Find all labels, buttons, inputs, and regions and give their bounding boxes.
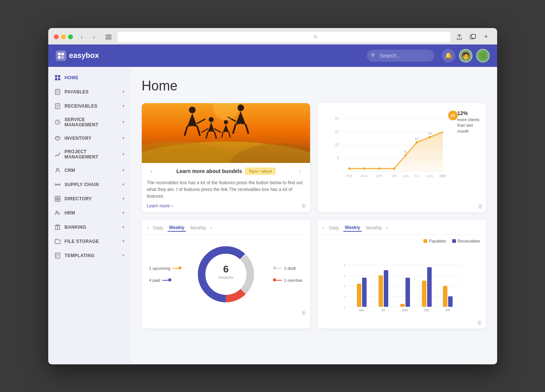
svg-rect-12 [55, 78, 57, 80]
sidebar-item-file-storage[interactable]: FILE STORAGE ▾ [48, 234, 131, 249]
svg-rect-34 [58, 199, 60, 201]
banner-prev-button[interactable]: ‹ [147, 167, 156, 176]
app-name: easybox [69, 51, 99, 60]
svg-rect-104 [443, 286, 447, 307]
chevron-down-icon-3: ▾ [122, 120, 124, 124]
sidebar-item-banking[interactable]: BANKING ▾ [48, 220, 131, 234]
tab-monthly[interactable]: Monthly [189, 225, 208, 231]
add-tab-button[interactable]: + [481, 32, 492, 42]
payables-icon [54, 89, 61, 95]
sidebar-label-banking: BANKING [65, 225, 119, 230]
chart-badge: 15 [448, 111, 458, 120]
sidebar-item-directory[interactable]: DIRECTORY ▾ [48, 192, 131, 206]
donut-delete-button[interactable]: 🗑 [301, 310, 306, 316]
svg-rect-33 [55, 199, 57, 201]
svg-rect-4 [472, 34, 475, 38]
upcoming-label: 1 upcoming [149, 266, 171, 271]
donut-prev-tab-button[interactable]: ‹ [147, 225, 149, 231]
donut-tabs: ‹ Daily Weekly Monthly › [142, 220, 310, 235]
sidebar-item-payables[interactable]: PAYABLES ▾ [48, 85, 131, 99]
svg-point-25 [59, 152, 60, 154]
svg-text:DO: DO [424, 308, 429, 312]
svg-rect-10 [55, 75, 57, 77]
svg-rect-2 [105, 38, 111, 39]
page-title: Home [142, 78, 486, 94]
sidebar-item-crm[interactable]: CRM ▾ [48, 163, 131, 178]
legend-overdue: 1 overdue [275, 278, 303, 283]
sidebar-item-project-management[interactable]: PROJECT MANAGEMENT ▾ [48, 145, 131, 163]
sidebar-item-inventory[interactable]: INVENTORY ▾ [48, 131, 131, 145]
chart-info: 12% more clients than last month [457, 110, 483, 135]
bar-legend: Payables Recievables [323, 239, 480, 243]
receivables-legend-label: Recievables [458, 239, 480, 243]
sidebar-label-hrm: HRM [65, 210, 119, 216]
banner-next-button[interactable]: › [296, 167, 305, 176]
svg-text:DI: DI [382, 308, 385, 312]
svg-rect-101 [422, 281, 426, 307]
bar-tab-daily[interactable]: Daily [327, 225, 340, 231]
bar-tab-monthly[interactable]: Monthly [365, 225, 383, 231]
svg-rect-93 [362, 278, 367, 307]
minimize-button[interactable] [61, 34, 66, 39]
donut-next-tab-button[interactable]: › [211, 225, 212, 231]
url-bar[interactable]: ↻ [117, 32, 450, 42]
sidebar-item-receivables[interactable]: RECEIVABLES ▾ [48, 99, 131, 113]
forward-button[interactable]: › [89, 32, 99, 42]
browser-chrome: ‹ › ↻ + [48, 28, 497, 44]
banking-icon [54, 224, 61, 231]
bar-tab-weekly[interactable]: Weekly [343, 224, 362, 232]
sidebar-label-crm: CRM [65, 168, 119, 173]
bar-tabs: ‹ Daily Weekly Monthly › [318, 220, 486, 235]
tab-daily[interactable]: Daily [151, 225, 165, 231]
svg-text:3: 3 [343, 284, 345, 288]
svg-point-69 [348, 167, 350, 170]
bar-prev-tab-button[interactable]: ‹ [323, 225, 325, 231]
share-button[interactable] [454, 32, 465, 42]
svg-rect-6 [58, 53, 61, 55]
svg-point-45 [208, 117, 214, 122]
inventory-icon [54, 135, 61, 142]
line-chart-delete-button[interactable]: 🗑 [478, 203, 483, 209]
svg-text:JUN: JUN [402, 174, 409, 178]
header-icons: 🔔 🧑 🌿 [442, 49, 490, 62]
banner-delete-button[interactable]: 🗑 [301, 203, 306, 209]
close-button[interactable] [54, 34, 59, 39]
svg-point-71 [378, 167, 380, 170]
receivables-dot [452, 239, 456, 243]
svg-text:4: 4 [343, 274, 345, 278]
sidebar-item-service-management[interactable]: SERVICE MANAGEMENT ▾ [48, 113, 131, 131]
legend-payables: Payables [423, 239, 446, 243]
sidebar-item-hrm[interactable]: HRM ▾ [48, 206, 131, 220]
donut-left-legend: 1 upcoming 4 paid [149, 266, 180, 283]
svg-point-30 [57, 184, 58, 185]
new-window-button[interactable] [468, 32, 478, 42]
bar-chart-svg: 1 2 3 4 5 [323, 247, 480, 314]
donut-svg: 6 invoices [194, 243, 258, 306]
back-button[interactable]: ‹ [77, 32, 87, 42]
svg-rect-7 [61, 53, 64, 55]
app-header: easybox 🔍 🔔 🧑 🌿 [48, 44, 497, 67]
svg-rect-13 [58, 78, 60, 80]
bar-next-tab-button[interactable]: › [386, 225, 388, 231]
tab-weekly[interactable]: Weekly [168, 224, 186, 232]
chevron-down-icon-6: ▾ [122, 168, 124, 172]
banner-learn-more-link[interactable]: Learn more › [142, 203, 310, 212]
svg-text:5: 5 [337, 156, 339, 160]
bar-chart-area: Payables Recievables [318, 235, 486, 320]
bar-chart-delete-button[interactable]: 🗑 [477, 320, 482, 325]
maximize-button[interactable] [68, 34, 73, 39]
svg-rect-11 [58, 75, 60, 77]
svg-rect-9 [61, 56, 64, 59]
svg-text:SEP: SEP [439, 174, 446, 178]
sidebar-toggle-button[interactable] [103, 32, 114, 42]
line-chart-widget: 15 12% more clients than last month 20 1… [318, 103, 486, 212]
svg-text:10: 10 [334, 143, 339, 147]
svg-line-24 [58, 122, 59, 123]
sidebar-item-supply-chain[interactable]: SUPPLY CHAIN ▾ [48, 178, 131, 192]
draft-label: 2 draft [284, 266, 296, 271]
sidebar-item-templating[interactable]: TEMPLATING ▾ [48, 249, 131, 263]
notifications-button[interactable]: 🔔 [442, 49, 455, 62]
sidebar-item-home[interactable]: HOME [48, 71, 131, 85]
svg-text:MA: MA [359, 308, 364, 312]
logo-area: easybox [56, 50, 99, 61]
